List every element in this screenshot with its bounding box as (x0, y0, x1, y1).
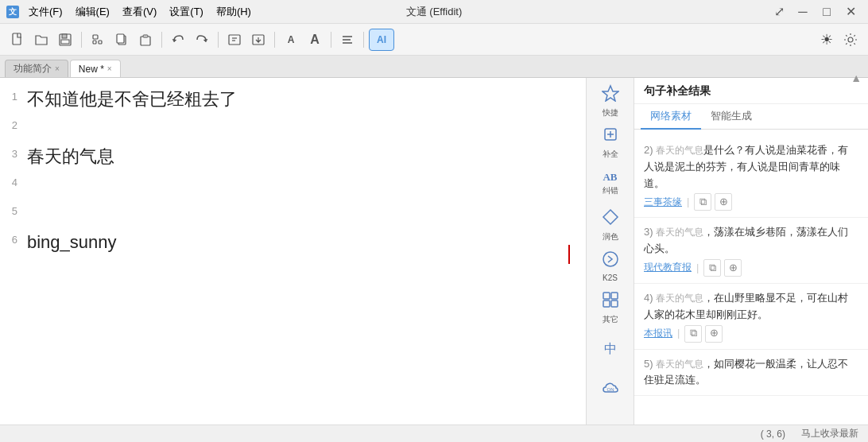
quick-label: 快捷 (603, 107, 618, 118)
menu-settings[interactable]: 设置(T) (165, 3, 208, 21)
restore-button[interactable]: □ (816, 4, 838, 20)
line-num-4: 4 (0, 173, 24, 188)
svg-rect-6 (99, 41, 102, 44)
open-file-button[interactable] (30, 29, 52, 51)
sidebar-quick[interactable]: 快捷 (591, 81, 630, 121)
editor-line-3: 3 春天的气息 (0, 143, 586, 172)
result-4-insert-btn[interactable]: ⊕ (705, 325, 723, 343)
other-icon (602, 291, 619, 312)
toolbar: A A AI ☀ (0, 24, 868, 56)
other-label: 其它 (603, 314, 618, 325)
menu-bar: 文件(F) 编辑(E) 查看(V) 设置(T) 帮助(H) (24, 3, 256, 21)
line-content-4[interactable] (24, 173, 586, 199)
result-3-copy-btn[interactable]: ⧉ (703, 259, 721, 277)
translate-icon: 中 (604, 341, 617, 358)
sep4 (274, 32, 275, 48)
result-4-copy-btn[interactable]: ⧉ (684, 325, 702, 343)
result-4-source[interactable]: 本报讯 (644, 326, 672, 341)
save-file-button[interactable] (54, 29, 76, 51)
quick-icon (602, 84, 619, 106)
cut-button[interactable] (87, 29, 109, 51)
font-size-up-button[interactable]: A (304, 29, 326, 51)
line-content-3[interactable]: 春天的气息 (24, 145, 586, 170)
correct-icon: AB (603, 171, 617, 184)
svg-rect-24 (603, 293, 610, 299)
result-2-insert-btn[interactable]: ⊕ (715, 193, 732, 211)
redo-button[interactable] (191, 29, 213, 51)
svg-rect-3 (61, 40, 69, 44)
app-title: 文通 (Effidit) (406, 5, 463, 19)
menu-help[interactable]: 帮助(H) (211, 3, 256, 21)
editor-line-6: 6 bing_sunny (0, 229, 586, 258)
tab-new-close[interactable]: × (107, 64, 112, 73)
k2s-icon (602, 250, 619, 272)
ai-button[interactable]: AI (369, 29, 394, 51)
tabbar: 功能简介 × New * × (0, 56, 868, 78)
editor[interactable]: 1 不知道他是不舍已经粗去了 2 3 春天的气息 4 5 6 bing_sunn… (0, 78, 586, 425)
cursor-position: ( 3, 6) (761, 428, 785, 440)
sidebar-cloud[interactable]: ON (591, 370, 630, 410)
result-2-copy-btn[interactable]: ⧉ (694, 193, 711, 211)
tab-new[interactable]: New * × (70, 60, 121, 77)
export1-button[interactable] (223, 29, 246, 51)
panel-title: 句子补全结果 (634, 78, 868, 104)
undo-button[interactable] (167, 29, 189, 51)
menu-file[interactable]: 文件(F) (24, 3, 68, 21)
result-3-source[interactable]: 现代教育报 (644, 260, 692, 275)
new-file-button[interactable] (6, 29, 29, 51)
sidebar-polish[interactable]: 润色 (591, 205, 630, 245)
menu-view[interactable]: 查看(V) (118, 3, 161, 21)
app-logo: 文 (6, 6, 19, 18)
sep1 (81, 32, 82, 48)
result-keyword-3: 春天的气息 (656, 227, 703, 238)
settings-icon[interactable] (839, 29, 862, 51)
sidebar-correct[interactable]: AB 纠错 (591, 164, 630, 204)
panel-tab-network[interactable]: 网络素材 (641, 104, 701, 130)
titlebar: 文 文件(F) 编辑(E) 查看(V) 设置(T) 帮助(H) 文通 (Effi… (0, 0, 868, 24)
sidebar-complete[interactable]: 补全 (591, 122, 630, 162)
tab-intro[interactable]: 功能简介 × (5, 60, 68, 77)
paste-button[interactable] (134, 29, 157, 51)
panel-tabs: 网络素材 智能生成 (634, 104, 868, 130)
line-num-3: 3 (0, 145, 24, 160)
copy-button[interactable] (110, 29, 133, 51)
menu-edit[interactable]: 编辑(E) (71, 3, 114, 21)
sidebar-translate[interactable]: 中 (591, 329, 630, 369)
result-3-actions: 现代教育报 | ⧉ ⊕ (644, 259, 858, 277)
extra-info: 马上收录最新 (801, 427, 858, 440)
statusbar: ( 3, 6) 马上收录最新 (0, 425, 868, 442)
line-content-5[interactable] (24, 202, 586, 227)
result-item-2: 2) 春天的气息是什么？有人说是油菜花香，有人说是泥土的芬芳，有人说是田间青草的… (634, 136, 868, 218)
theme-button[interactable]: ☀ (816, 29, 838, 51)
svg-rect-10 (143, 35, 148, 37)
close-button[interactable]: ✕ (839, 4, 862, 20)
line-content-2[interactable] (24, 116, 586, 142)
correct-label: 纠错 (603, 185, 618, 196)
svg-point-23 (603, 252, 618, 266)
panel-tab-ai[interactable]: 智能生成 (701, 104, 761, 130)
result-item-3: 3) 春天的气息，荡漾在城乡巷陌，荡漾在人们心头。 现代教育报 | ⧉ ⊕ (634, 218, 868, 284)
align-button[interactable] (336, 29, 358, 51)
sidebar-other[interactable]: 其它 (591, 288, 630, 328)
export2-button[interactable] (247, 29, 269, 51)
line-content-6[interactable]: bing_sunny (24, 231, 586, 256)
polish-icon (602, 208, 619, 230)
font-size-down-button[interactable]: A (280, 29, 302, 51)
editor-line-2: 2 (0, 114, 586, 143)
svg-rect-5 (93, 41, 96, 44)
window-resize-icon[interactable]: ⤢ (768, 4, 790, 20)
sep5 (331, 32, 331, 48)
editor-line-5: 5 (0, 200, 586, 229)
sidebar-k2s[interactable]: K2S (591, 246, 630, 286)
result-item-4: 4) 春天的气息，在山野里略显不足，可在山村人家的花木里却刚刚正好。 本报讯 |… (634, 284, 868, 350)
minimize-button[interactable]: ─ (792, 4, 814, 20)
svg-rect-0 (13, 33, 21, 45)
result-keyword-5: 春天的气息 (656, 359, 703, 370)
editor-line-1: 1 不知道他是不舍已经粗去了 (0, 86, 586, 114)
sep2 (161, 32, 162, 48)
result-3-insert-btn[interactable]: ⊕ (724, 259, 742, 277)
line-num-5: 5 (0, 202, 24, 217)
result-2-source[interactable]: 三事茶缘 (644, 195, 682, 210)
line-content-1[interactable]: 不知道他是不舍已经粗去了 (24, 87, 586, 113)
line-num-6: 6 (0, 231, 24, 246)
